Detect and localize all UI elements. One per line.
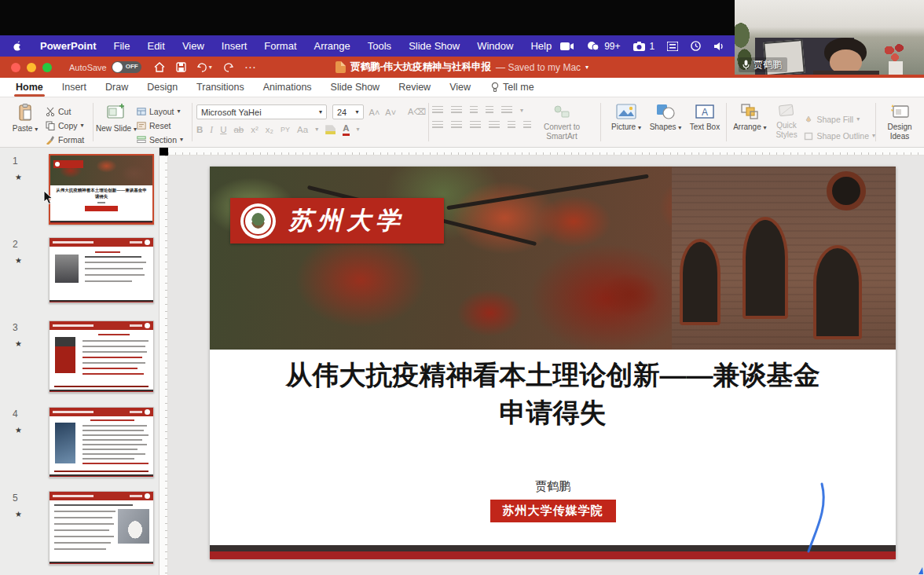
- vertical-ruler[interactable]: [160, 156, 168, 575]
- menu-format[interactable]: Format: [255, 40, 305, 52]
- tab-view[interactable]: View: [440, 80, 480, 94]
- decrease-indent-icon[interactable]: [470, 106, 478, 115]
- mini-bottom-bars: [50, 474, 153, 477]
- align-left-icon[interactable]: [432, 121, 443, 130]
- justify-icon[interactable]: [489, 121, 500, 130]
- align-right-icon[interactable]: [470, 121, 481, 130]
- quick-styles-button[interactable]: Quick Styles: [769, 97, 805, 147]
- autosave-toggle[interactable]: OFF: [112, 61, 141, 73]
- apple-menu[interactable]: [5, 40, 31, 52]
- menu-edit[interactable]: Edit: [138, 40, 173, 52]
- thumbnail-box[interactable]: 从伟大抗疫精神看本土理论创新——兼谈基金申请得失: [49, 154, 154, 225]
- font-size-select[interactable]: 24 ▾: [332, 104, 364, 119]
- menu-powerpoint[interactable]: PowerPoint: [31, 40, 105, 52]
- thumbnail-slide-3[interactable]: 3 ★: [0, 320, 160, 394]
- tab-slide-show[interactable]: Slide Show: [321, 80, 390, 94]
- thumbnail-slide-1[interactable]: 1 ★ 从伟大抗疫精神看本土理论创新——兼谈基金申请得失: [0, 154, 160, 226]
- bullets-icon[interactable]: [432, 106, 443, 115]
- video-icon[interactable]: [560, 42, 574, 51]
- horizontal-ruler[interactable]: [168, 148, 924, 156]
- menu-arrange[interactable]: Arrange: [306, 40, 359, 52]
- design-ideas-button[interactable]: Design Ideas: [878, 97, 921, 147]
- picture-button[interactable]: Picture ▾: [607, 97, 646, 147]
- paste-button[interactable]: Paste ▾: [5, 97, 46, 147]
- reset-button[interactable]: Reset: [137, 120, 183, 131]
- menu-help[interactable]: Help: [522, 40, 560, 52]
- thumbnail-slide-5[interactable]: 5 ★: [0, 491, 160, 566]
- tell-me-button[interactable]: Tell me: [491, 82, 534, 93]
- redo-icon[interactable]: [223, 63, 233, 72]
- shape-outline-button[interactable]: Shape Outline ▾: [804, 130, 875, 141]
- tab-design[interactable]: Design: [138, 80, 187, 94]
- chat-bubbles-icon[interactable]: [587, 41, 600, 51]
- tab-draw[interactable]: Draw: [96, 80, 138, 94]
- line-spacing-icon[interactable]: [501, 106, 512, 115]
- thumbnail-slide-2[interactable]: 2 ★: [0, 237, 160, 305]
- change-case-button[interactable]: Aa: [297, 125, 308, 134]
- menu-file[interactable]: File: [105, 40, 139, 52]
- tab-insert[interactable]: Insert: [53, 80, 96, 94]
- tab-transitions[interactable]: Transitions: [187, 80, 254, 94]
- arrange-button[interactable]: Arrange ▾: [731, 97, 769, 147]
- home-icon[interactable]: [154, 62, 165, 72]
- align-center-icon[interactable]: [451, 121, 462, 130]
- increase-indent-icon[interactable]: [486, 106, 493, 115]
- convert-smartart-button[interactable]: Convert to SmartArt: [537, 97, 586, 147]
- clear-formatting-button[interactable]: A⌫: [408, 107, 426, 117]
- columns-icon[interactable]: [508, 121, 515, 130]
- thumbnail-box[interactable]: [49, 237, 154, 303]
- underline-button[interactable]: U: [220, 125, 226, 134]
- highlight-color-button[interactable]: [325, 125, 336, 134]
- phonetic-guide-button[interactable]: PY: [280, 126, 290, 134]
- thumbnail-box[interactable]: [49, 407, 154, 478]
- font-family-select[interactable]: Microsoft YaHei ▾: [196, 104, 327, 119]
- save-icon[interactable]: [176, 62, 186, 72]
- shapes-button[interactable]: Shapes ▾: [646, 97, 685, 147]
- section-button[interactable]: Section ▾: [137, 134, 183, 145]
- saved-status[interactable]: — Saved to my Mac: [496, 62, 581, 73]
- clock-icon[interactable]: [691, 41, 701, 51]
- layout-button[interactable]: Layout ▾: [137, 106, 183, 117]
- thumbnail-box[interactable]: [49, 320, 154, 393]
- tab-review[interactable]: Review: [389, 80, 440, 94]
- minimize-window-button[interactable]: [27, 63, 36, 72]
- shrink-font-button[interactable]: A˅: [385, 108, 396, 117]
- slide-title[interactable]: 从伟大抗疫精神看本土理论创新——兼谈基金申请得失: [241, 357, 864, 431]
- menu-insert[interactable]: Insert: [213, 40, 256, 52]
- bold-button[interactable]: B: [196, 125, 203, 134]
- thumbnail-box[interactable]: [49, 491, 154, 565]
- menu-window[interactable]: Window: [468, 40, 522, 52]
- tab-home[interactable]: Home: [6, 80, 53, 94]
- close-window-button[interactable]: [11, 63, 20, 72]
- tab-animations[interactable]: Animations: [254, 80, 321, 94]
- text-direction-icon[interactable]: [523, 121, 531, 130]
- copy-button[interactable]: Copy ▾: [46, 120, 84, 131]
- italic-button[interactable]: I: [210, 125, 213, 134]
- camera-icon[interactable]: [633, 42, 645, 51]
- shape-fill-button[interactable]: Shape Fill ▾: [804, 114, 875, 125]
- undo-button[interactable]: ▾: [197, 63, 212, 72]
- menu-tools[interactable]: Tools: [359, 40, 400, 52]
- font-color-button[interactable]: A: [343, 124, 349, 136]
- numbering-icon[interactable]: [451, 106, 462, 115]
- grow-font-button[interactable]: A˄: [369, 108, 380, 117]
- slide-editor[interactable]: 苏州大学 从伟大抗疫精神看本土理论创新——兼谈基金申请得失 贾鹤鹏 苏州大学传媒…: [210, 167, 896, 559]
- slide-author[interactable]: 贾鹤鹏: [210, 479, 896, 494]
- zoom-window-button[interactable]: [42, 63, 52, 72]
- new-slide-button[interactable]: New Slide ▾: [96, 97, 137, 147]
- menu-view[interactable]: View: [174, 40, 213, 52]
- keyboard-icon[interactable]: [667, 42, 678, 51]
- cut-button[interactable]: Cut: [46, 106, 84, 117]
- text-box-button[interactable]: A Text Box: [685, 97, 724, 147]
- autosave-control[interactable]: AutoSave OFF: [69, 61, 141, 73]
- menu-slide-show[interactable]: Slide Show: [400, 40, 468, 52]
- thumbnail-slide-4[interactable]: 4 ★: [0, 407, 160, 479]
- affiliation-box[interactable]: 苏州大学传媒学院: [490, 500, 616, 522]
- round-window: [827, 171, 866, 211]
- subscript-button[interactable]: x₂: [266, 125, 273, 134]
- webcam-overlay[interactable]: 贾鹤鹏: [735, 0, 924, 75]
- volume-icon[interactable]: [713, 42, 724, 51]
- superscript-button[interactable]: x²: [251, 125, 258, 134]
- strikethrough-button[interactable]: ab: [233, 125, 244, 134]
- format-painter-button[interactable]: Format: [46, 134, 84, 145]
